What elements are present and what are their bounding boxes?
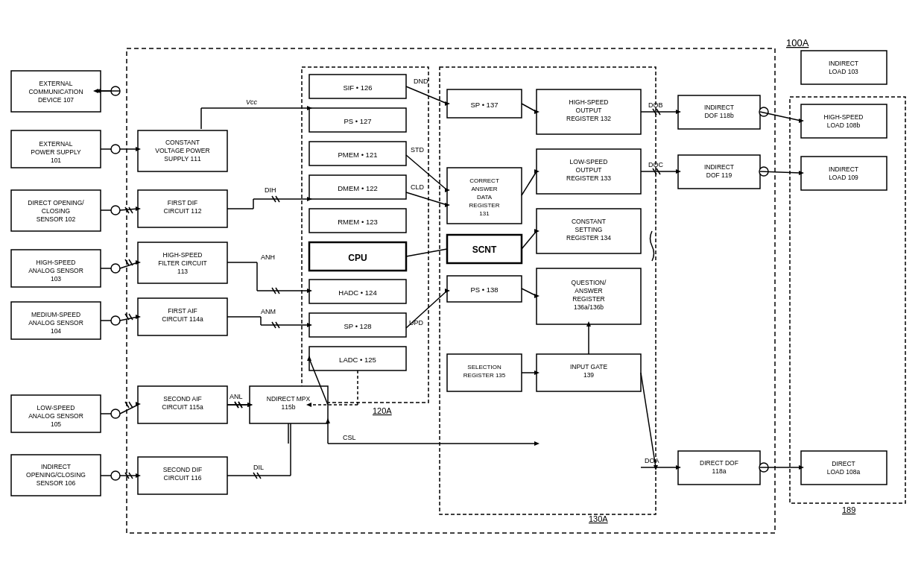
label-ndirect-mpx2: 115b xyxy=(282,403,296,411)
label-direct-oc2: CLOSING xyxy=(42,207,70,215)
label-ms-analog2: ANALOG SENSOR xyxy=(28,319,83,327)
label-hs-output3: REGISTER 132 xyxy=(566,115,611,122)
label-ladc: LADC • 125 xyxy=(339,356,376,364)
label-hs-filter3: 113 xyxy=(177,268,188,275)
label-ls-output3: REGISTER 133 xyxy=(566,174,611,182)
label-indirect-dof-118b2: DOF 118b xyxy=(704,112,733,119)
label-correct-answer5: 131 xyxy=(479,210,490,217)
label-dmem: DMEM • 122 xyxy=(338,184,377,192)
label-anl: ANL xyxy=(230,393,243,400)
label-hs-analog: HIGH-SPEED xyxy=(37,259,76,266)
label-selection-reg2: REGISTER 135 xyxy=(463,372,506,379)
label-hadc: HADC • 124 xyxy=(338,288,376,297)
label-first-dif2: CIRCUIT 112 xyxy=(164,207,202,215)
label-first-aif: FIRST AIF xyxy=(168,307,197,315)
label-ls-analog: LOW-SPEED xyxy=(37,404,75,411)
label-hs-output2: OUTPUT xyxy=(576,107,602,114)
label-rmem: RMEM • 123 xyxy=(338,218,377,226)
label-189: 189 xyxy=(842,505,855,514)
label-direct-oc: DIRECT OPENING/ xyxy=(28,199,84,206)
label-120A: 120A xyxy=(373,406,392,415)
label-dih: DIH xyxy=(265,186,276,194)
label-sp128: SP • 128 xyxy=(344,322,372,330)
label-qa-register: QUESTION/ xyxy=(572,279,607,286)
label-sif: SIF • 126 xyxy=(343,83,372,92)
label-ext-comm3: DEVICE 107 xyxy=(38,96,74,104)
label-hs-filter: HIGH-SPEED xyxy=(163,251,203,259)
label-std: STD xyxy=(411,146,425,154)
label-second-aif: SECOND AIF xyxy=(163,395,201,403)
label-correct-answer3: DATA xyxy=(477,194,493,201)
label-ls-output2: OUTPUT xyxy=(576,166,602,174)
circle-hs-analog xyxy=(111,264,120,273)
label-qa-register2: ANSWER xyxy=(575,287,602,294)
label-correct-answer4: REGISTER xyxy=(469,202,500,209)
label-const-voltage: CONSTANT xyxy=(165,139,200,146)
label-const-voltage2: VOLTAGE POWER xyxy=(155,147,209,154)
circle-ms-analog xyxy=(111,316,120,325)
label-cpu: CPU xyxy=(348,253,367,263)
label-indirect-load-1092: LOAD 109 xyxy=(829,174,858,181)
label-ext-power: EXTERNAL xyxy=(39,140,73,148)
circle-ext-power xyxy=(111,145,120,154)
label-ps138: PS • 138 xyxy=(470,286,498,294)
label-dnd: DND xyxy=(414,78,428,85)
label-indirect-load-1032: LOAD 103 xyxy=(829,68,858,75)
label-scnt: SCNT xyxy=(472,245,497,255)
diagram: 100A 120A 130A 189 EXTERNAL COMMUNICATIO… xyxy=(0,0,924,574)
label-correct-answer: CORRECT xyxy=(469,177,499,184)
label-first-dif: FIRST DIF xyxy=(168,199,197,206)
label-csl: CSL xyxy=(343,434,356,441)
label-anm: ANM xyxy=(261,308,276,315)
label-qa-register3: REGISTER xyxy=(572,295,604,303)
label-hs-analog2: ANALOG SENSOR xyxy=(28,267,83,274)
circle-ls-analog xyxy=(111,409,120,418)
label-indirect-dof-119: INDIRECT xyxy=(704,163,734,171)
label-ls-output: LOW-SPEED xyxy=(570,158,608,165)
label-hs-output: HIGH-SPEED xyxy=(569,98,609,106)
label-130A: 130A xyxy=(589,514,608,523)
label-pmem: PMEM • 121 xyxy=(338,151,378,159)
label-hs-analog3: 103 xyxy=(51,275,61,283)
label-indirect-load-103: INDIRECT xyxy=(829,60,858,67)
label-ls-analog2: ANALOG SENSOR xyxy=(28,412,83,420)
label-cld: CLD xyxy=(411,183,425,191)
label-input-gate: INPUT GATE xyxy=(570,363,608,370)
label-correct-answer2: ANSWER xyxy=(471,186,497,192)
label-direct-oc3: SENSOR 102 xyxy=(37,215,76,223)
label-doa: DOA xyxy=(645,457,659,464)
label-const-voltage3: SUPPLY 111 xyxy=(164,155,201,163)
label-input-gate2: 139 xyxy=(583,371,594,379)
label-upd: UPD xyxy=(409,319,424,327)
circle-indirect-oc xyxy=(111,471,120,480)
label-indirect-oc3: SENSOR 106 xyxy=(37,479,76,487)
label-ext-comm2: COMMUNICATION xyxy=(28,88,83,95)
label-hs-load2: LOAD 108b xyxy=(827,122,861,129)
label-dil: DIL xyxy=(253,464,264,471)
label-direct-dof2: 118a xyxy=(712,467,727,475)
label-ext-power3: 101 xyxy=(51,157,61,164)
label-second-aif2: CIRCUIT 115a xyxy=(162,403,203,411)
label-ps127: PS • 127 xyxy=(344,117,371,125)
label-ext-power2: POWER SUPPLY xyxy=(31,148,81,156)
label-second-dif2: CIRCUIT 116 xyxy=(164,474,202,482)
label-dob: DOB xyxy=(648,101,663,109)
label-indirect-oc: INDIRECT xyxy=(41,463,71,470)
label-ndirect-mpx: NDIRECT MPX xyxy=(267,395,311,403)
label-ms-analog: MEDIUM-SPEED xyxy=(31,311,80,318)
label-const-setting3: REGISTER 134 xyxy=(566,234,611,242)
label-ext-comm: EXTERNAL xyxy=(39,80,73,87)
label-sp137: SP • 137 xyxy=(471,101,499,109)
label-qa-register4: 136a/136b xyxy=(574,303,604,311)
label-indirect-dof-1192: DOF 119 xyxy=(706,171,732,179)
label-second-dif: SECOND DIF xyxy=(163,466,202,473)
label-vcc: Vcc xyxy=(246,98,258,106)
label-indirect-dof-118b: INDIRECT xyxy=(704,104,734,111)
label-anh: ANH xyxy=(261,253,275,261)
diagram-svg: 100A 120A 130A 189 EXTERNAL COMMUNICATIO… xyxy=(0,0,924,574)
label-100A: 100A xyxy=(786,37,809,48)
label-doc: DOC xyxy=(648,161,664,168)
label-first-aif2: CIRCUIT 114a xyxy=(162,315,203,323)
circle-direct-oc xyxy=(111,206,120,215)
label-const-setting: CONSTANT xyxy=(572,218,606,225)
